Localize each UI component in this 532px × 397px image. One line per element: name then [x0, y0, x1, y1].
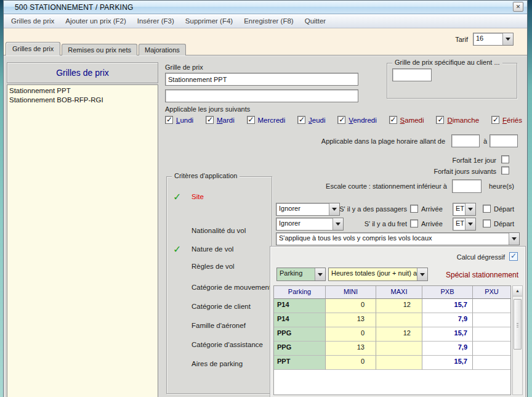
criteria-categorie-de-mouvement[interactable]: ✓Catégorie de mouvement	[167, 284, 272, 295]
col-pxu[interactable]: PXU	[473, 286, 510, 299]
vols-applicables-select[interactable]: S'applique à tous les vols y compris les…	[276, 232, 520, 245]
table-scrollbar[interactable]: ▲	[512, 285, 523, 395]
heures-totales-select[interactable]: Heures totales (jour + nuit) au	[328, 268, 428, 281]
check-icon: ✓	[173, 244, 181, 255]
chevron-down-icon[interactable]	[315, 268, 325, 280]
feries-checkbox[interactable]	[491, 116, 499, 124]
criteria-famille-aeronef[interactable]: ✓Famille d'aéronef	[167, 322, 272, 333]
tab-bar: Grilles de prix Remises ou prix nets Maj…	[6, 42, 187, 55]
criteria-nationalite-du-vol[interactable]: ✓Nationalité du vol	[167, 227, 272, 238]
forfait-1er-jour-label: Forfait 1er jour	[373, 157, 496, 164]
day-samedi[interactable]: Samedi	[389, 116, 424, 124]
criteria-aires-de-parking[interactable]: ✓Aires de parking	[167, 360, 272, 371]
chevron-down-icon[interactable]	[465, 218, 475, 230]
menu-grilles-de-prix[interactable]: Grilles de prix	[10, 16, 55, 26]
passagers-op-select[interactable]: ET	[453, 203, 476, 216]
menu-quitter[interactable]: Quitter	[304, 16, 328, 26]
menu-enregistrer[interactable]: Enregistrer (F8)	[243, 16, 295, 26]
list-item[interactable]: Stationnement PPT	[9, 86, 156, 96]
passagers-mode-select[interactable]: Ignorer	[276, 203, 340, 216]
passagers-depart-label: Départ	[494, 205, 514, 213]
samedi-checkbox[interactable]	[389, 116, 397, 124]
menu-bar: Grilles de prix Ajouter un prix (F2) Ins…	[4, 14, 527, 28]
col-maxi[interactable]: MAXI	[376, 286, 422, 299]
plage-to-input[interactable]	[490, 134, 518, 147]
calcul-panel: Calcul dégressif Parking Heures totales …	[270, 247, 525, 397]
table-row[interactable]: PPT 0 15,7	[274, 356, 510, 370]
fret-depart-label: Départ	[494, 220, 514, 227]
grille-de-prix-label: Grille de prix	[165, 63, 203, 71]
escale-hours-input[interactable]	[452, 179, 482, 193]
menu-inserer[interactable]: Insérer (F3)	[136, 16, 175, 26]
vendredi-checkbox[interactable]	[337, 116, 345, 124]
mercredi-checkbox[interactable]	[247, 116, 255, 124]
table-row[interactable]: P14 0 12 15,7	[274, 299, 510, 313]
day-dimanche[interactable]: Dimanche	[436, 116, 479, 124]
window-title: 500 STATIONNEMENT / PARKING	[15, 3, 134, 12]
criteria-categorie-assistance[interactable]: ✓Catégorie d'assistance	[167, 341, 272, 352]
client-specific-label: Grille de prix spécifique au client ...	[392, 59, 502, 66]
grille-name2-input[interactable]	[165, 89, 358, 102]
scroll-up-icon[interactable]: ▲	[513, 286, 522, 297]
day-mardi[interactable]: Mardi	[206, 116, 235, 124]
chevron-down-icon[interactable]	[509, 233, 519, 245]
criteria-site[interactable]: ✓Site	[167, 193, 272, 204]
day-jeudi[interactable]: Jeudi	[297, 116, 326, 124]
passagers-label: S' il y a des passagers	[333, 205, 407, 213]
plage-a-label: à	[483, 137, 487, 145]
tab-grilles-de-prix[interactable]: Grilles de prix	[6, 42, 60, 55]
chevron-down-icon[interactable]	[465, 203, 475, 215]
escale-unit-label: heure(s)	[489, 182, 514, 190]
days-label: Applicable les jours suivants	[165, 105, 250, 113]
passagers-arrivee-label: Arrivée	[421, 205, 443, 213]
fret-arrivee-label: Arrivée	[421, 220, 443, 227]
list-item[interactable]: Stationnement BOB-RFP-RGI	[9, 96, 156, 105]
forfait-1er-jour-checkbox[interactable]	[501, 155, 509, 163]
fret-arrivee-checkbox[interactable]	[410, 219, 418, 227]
passagers-arrivee-checkbox[interactable]	[410, 205, 418, 213]
tab-majorations[interactable]: Majorations	[139, 44, 186, 55]
client-specific-group: Grille de prix spécifique au client ...	[387, 63, 517, 99]
plage-from-input[interactable]	[451, 134, 480, 147]
col-mini[interactable]: MINI	[326, 286, 376, 299]
criteria-categorie-de-client[interactable]: ✓Catégorie de client	[167, 303, 272, 314]
calcul-degressif-checkbox[interactable]	[509, 252, 518, 261]
table-row[interactable]: P14 13 7,9	[274, 313, 510, 327]
tarif-select[interactable]: 16	[473, 33, 514, 46]
criteria-nature-de-vol[interactable]: ✓Nature de vol	[167, 245, 272, 256]
fret-depart-checkbox[interactable]	[483, 219, 491, 227]
jeudi-checkbox[interactable]	[297, 116, 305, 124]
scrollbar-thumb[interactable]	[514, 299, 522, 350]
client-code-input[interactable]	[392, 68, 432, 81]
close-icon[interactable]: ✕	[513, 2, 523, 12]
dimanche-checkbox[interactable]	[436, 116, 444, 124]
lundi-checkbox[interactable]	[165, 116, 173, 124]
day-vendredi[interactable]: Vendredi	[337, 116, 376, 124]
forfait-jours-suivants-checkbox[interactable]	[501, 166, 509, 174]
forfait-jours-suivants-label: Forfait jours suivants	[373, 168, 496, 175]
grille-name-input[interactable]	[165, 73, 358, 86]
plage-horaire-label: Applicable dans la plage horaire allant …	[284, 137, 445, 145]
fret-op-select[interactable]: ET	[453, 218, 476, 231]
day-mercredi[interactable]: Mercredi	[247, 116, 286, 124]
tab-content: Grilles de prix Stationnement PPT Statio…	[4, 55, 527, 397]
tab-remises-ou-prix-nets[interactable]: Remises ou prix nets	[62, 44, 137, 55]
chevron-down-icon[interactable]	[417, 268, 427, 280]
mardi-checkbox[interactable]	[206, 116, 214, 124]
check-icon: ✓	[173, 191, 181, 203]
sidebar-title: Grilles de prix	[7, 62, 158, 83]
table-row[interactable]: PPG 0 12 15,7	[274, 327, 510, 342]
table-header-row: Parking MINI MAXI PXB PXU	[274, 286, 510, 299]
parking-select[interactable]: Parking	[276, 268, 326, 281]
day-lundi[interactable]: Lundi	[165, 116, 193, 124]
chevron-down-icon[interactable]	[502, 33, 513, 45]
col-parking[interactable]: Parking	[274, 286, 326, 299]
menu-supprimer[interactable]: Supprimer (F4)	[184, 16, 234, 26]
passagers-depart-checkbox[interactable]	[483, 205, 491, 213]
menu-ajouter-un-prix[interactable]: Ajouter un prix (F2)	[64, 16, 127, 26]
calcul-degressif-label: Calcul dégressif	[457, 253, 505, 261]
day-feries[interactable]: Fériés	[491, 116, 522, 124]
col-pxb[interactable]: PXB	[422, 286, 473, 299]
table-row[interactable]: PPG 13 7,9	[274, 342, 510, 356]
criteria-regles-de-vol[interactable]: ✓Règles de vol	[167, 263, 272, 274]
